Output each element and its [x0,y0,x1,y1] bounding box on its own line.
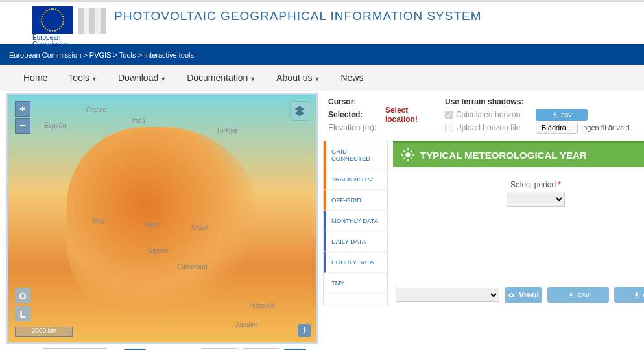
bottom-select[interactable] [396,288,499,302]
tab-monthly-data[interactable]: MONTHLY DATA [324,211,387,231]
map-canvas[interactable]: España France Italia Türkiye Mali Niger … [6,93,318,344]
map-label: Tchad [190,224,208,231]
map-label: Mali [93,218,104,225]
menu-home[interactable]: Home [13,69,58,87]
svg-line-7 [404,158,405,159]
no-file-label: Ingen fil är vald. [581,124,632,132]
selected-value: Select location! [385,106,438,124]
breadcrumb[interactable]: European Commission > PVGIS > Tools > In… [0,47,644,65]
tab-daily-data[interactable]: DAILY DATA [324,231,387,252]
menu-download[interactable]: Download▼ [108,69,176,87]
shadows-label: Use terrain shadows: [445,97,523,106]
ec-building-logo [78,8,106,34]
map-label: Zambia [235,321,257,329]
panel-title: TYPICAL METEOROLOGICAL YEAR [420,150,587,161]
browse-file-button[interactable]: Bläddra... [536,122,578,134]
chevron-down-icon: ▼ [250,76,256,82]
menu-tools[interactable]: Tools▼ [58,69,108,87]
map-label: France [86,106,106,113]
download-csv-bottom-button[interactable]: csv [547,287,609,303]
tab-tmy[interactable]: TMY [324,273,387,294]
svg-line-6 [411,158,412,159]
download-icon [633,292,640,299]
side-tabs: GRID CONNECTED TRACKING PV OFF-GRID MONT… [323,141,388,305]
period-select[interactable] [507,192,565,207]
tmy-icon [401,148,415,162]
tab-grid-connected[interactable]: GRID CONNECTED [324,141,387,169]
download-icon [551,111,558,119]
chevron-down-icon: ▼ [315,76,320,82]
map-label: Türkiye [216,127,237,134]
eye-icon [508,292,515,299]
download-csv-button[interactable]: csv [536,109,588,121]
map-o-button[interactable]: O [15,288,30,303]
zoom-out-button[interactable]: − [15,118,30,134]
svg-line-5 [404,151,405,152]
ec-flag-logo [32,6,73,34]
map-label: Italia [132,117,145,124]
map-scale: 2000 km [15,327,73,337]
chevron-down-icon: ▼ [91,76,97,82]
tab-tracking-pv[interactable]: TRACKING PV [324,169,387,190]
required-star: * [558,180,561,189]
map-label: Tanzania [248,302,274,309]
layers-icon [294,105,305,117]
svg-line-8 [411,151,412,152]
download-icon [567,292,575,299]
panel-header: TYPICAL METEOROLOGICAL YEAR ? [393,141,644,167]
zoom-in-button[interactable]: + [15,101,30,117]
page-title: PHOTOVOLTAIC GEOGRAPHICAL INFORMATION SY… [114,9,482,34]
tab-hourly-data[interactable]: HOURLY DATA [324,252,387,273]
map-label: Nigeria [148,247,169,254]
map-info-button[interactable]: i [298,324,311,337]
menu-documentation[interactable]: Documentation▼ [176,69,266,87]
menu-news[interactable]: News [330,69,374,87]
layers-button[interactable] [290,101,309,121]
upload-horizon-checkbox[interactable]: Upload horizon file [445,123,520,132]
map-label: Niger [145,221,160,228]
map-l-button[interactable]: L [15,306,30,321]
calc-horizon-checkbox[interactable]: Calculated horizon [445,110,520,119]
select-period-label: Select period [510,180,556,189]
chevron-down-icon: ▼ [160,76,166,82]
tab-off-grid[interactable]: OFF-GRID [324,190,387,211]
cursor-label: Cursor: [328,97,390,106]
map-label: Cameroun [177,263,208,270]
elevation-label: Elevation (m): [328,123,390,132]
selected-label: Selected: [328,110,385,119]
view-button[interactable]: View! [505,287,542,303]
map-label: España [44,122,66,129]
main-menu: Home Tools▼ Download▼ Documentation▼ Abo… [0,65,644,91]
ec-org-label: EuropeanCommission [0,34,644,47]
download-epw-button[interactable]: epw [614,287,644,303]
menu-about[interactable]: About us▼ [266,69,330,87]
svg-point-0 [405,152,410,157]
